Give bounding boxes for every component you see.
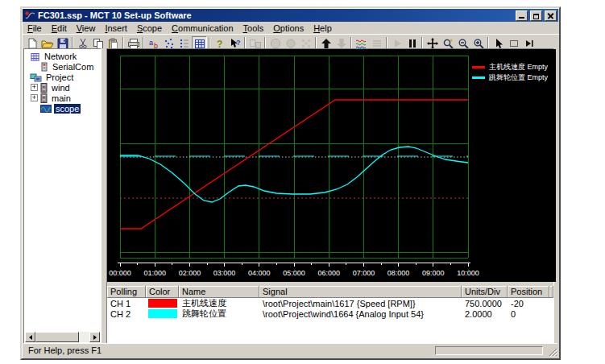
tree-horizontal-scrollbar[interactable] [25,332,100,342]
channel-table: PollingColorNameSignalUnits/DivPosition … [107,286,553,344]
list-dots-icon [179,38,190,49]
paste-icon [108,38,119,49]
x-axis-label: 02:000 [179,269,201,277]
cell-position: 0 [508,309,549,319]
status-message: For Help, press F1 [28,345,435,355]
x-axis-label: 07:000 [353,269,375,277]
tree-item-main[interactable]: +main [25,93,100,103]
scope-legend: 主机线速度 Empty跳舞轮位置 Empty [472,62,548,83]
maximize-button[interactable] [530,10,542,21]
maximize-icon [533,14,539,19]
tree-item-wind[interactable]: +wind [25,82,100,93]
pointer-icon [493,38,504,49]
title-bar[interactable]: FC301.ssp - MCT 10 Set-up Software [23,9,558,22]
tree-item-project[interactable]: Project [25,72,100,82]
tree-item-network[interactable]: Network [25,51,100,61]
zoom-select-icon [442,38,454,49]
sync-dots-icon [300,38,312,49]
x-axis-label: 04:000 [248,269,271,277]
cell-units-div: 2.0000 [462,309,508,319]
menu-edit[interactable]: Edit [47,23,72,33]
scope-wave-icon [40,105,52,113]
down-arrow-icon [336,38,347,49]
x-axis-label: 10:000 [457,269,479,277]
column-header-units-div[interactable]: Units/Div [462,286,508,298]
help-icon: ? [214,38,226,49]
scroll-left-button[interactable] [25,332,35,342]
save-icon [57,38,68,49]
project-tree: NetworkSerialComProject+wind+mainscope [25,51,100,332]
open-folder-icon [41,38,54,49]
window-title: FC301.ssp - MCT 10 Set-up Software [38,10,513,20]
column-header-empty[interactable] [549,286,553,298]
column-header-color[interactable]: Color [146,286,179,298]
cell-polling: CH 1 [107,299,146,308]
tree-item-label: Project [44,72,75,82]
pause-icon [407,38,418,49]
legend-label: 跳舞轮位置 Empty [489,72,548,83]
menu-scope[interactable]: Scope [132,23,167,33]
channel-row-ch2[interactable]: CH 2跳舞轮位置\root\Project\wind\1664 {Analog… [107,308,553,319]
cell-name: 跳舞轮位置 [179,308,259,320]
cell-position: -20 [508,299,549,308]
move-cross-icon [427,38,438,49]
scope-waves-icon [355,38,368,49]
menu-communication[interactable]: Communication [167,23,238,33]
legend-ch1: 主机线速度 Empty [472,62,548,72]
stop-octagon-icon [270,38,281,49]
select-box-icon [508,38,520,49]
status-bar: For Help, press F1 [23,343,557,357]
channel-table-body: CH 1主机线速度\root\Project\main\1617 {Speed … [107,298,553,319]
scrollbar-thumb[interactable] [35,332,79,342]
minimize-button[interactable] [516,10,528,21]
scroll-right-button[interactable] [89,332,100,342]
x-axis-label: 01:000 [143,269,166,277]
scope-chart[interactable]: 00:00001:00002:00003:00004:00005:00006:0… [107,49,556,282]
svg-text:a: a [149,39,153,47]
menu-bar: FileEditViewInsertScopeCommunicationTool… [22,23,559,34]
network-drive-icon [249,38,262,49]
menu-options[interactable]: Options [268,23,309,33]
flat-lines-icon [371,38,383,49]
cut-icon [77,38,89,49]
menu-view[interactable]: View [72,23,101,33]
column-header-position[interactable]: Position [508,286,549,298]
menu-insert[interactable]: Insert [100,23,132,33]
grid-table-icon [194,38,205,49]
x-axis-label: 05:000 [283,269,305,277]
x-axis-label: 06:000 [317,269,340,277]
zoom-in-icon [473,38,484,49]
channel-row-ch1[interactable]: CH 1主机线速度\root\Project\main\1617 {Speed … [107,298,553,308]
expand-icon[interactable]: + [31,84,38,91]
column-header-polling[interactable]: Polling [107,286,146,298]
cell-units-div: 750.0000 [462,299,508,308]
drive-unit-icon [40,83,48,93]
tree-item-label: Network [43,52,78,61]
x-axis-label: 09:000 [422,269,445,277]
menu-tools[interactable]: Tools [238,23,269,33]
copy-icon [93,38,104,49]
step-end-icon [524,38,535,49]
tree-item-serialcom[interactable]: SerialCom [25,61,100,72]
expand-icon[interactable]: + [31,94,38,101]
menu-help[interactable]: Help [309,23,337,33]
x-axis-label: 00:000 [109,269,131,277]
resize-grip[interactable] [547,346,557,357]
compare-ab-icon: ab [148,38,160,49]
column-header-name[interactable]: Name [179,286,259,298]
channel-table-header: PollingColorNameSignalUnits/DivPosition [107,286,553,298]
column-header-signal[interactable]: Signal [259,286,462,298]
tree-item-scope[interactable]: scope [25,103,100,114]
x-axis-label: 03:000 [213,269,236,277]
right-triangle-icon [93,335,99,340]
play-icon [392,38,403,49]
new-document-icon [27,38,38,49]
x-axis-label: 08:000 [387,269,410,277]
scope-plot-svg: 00:00001:00002:00003:00004:00005:00006:0… [107,49,556,282]
close-button[interactable] [545,10,557,21]
menu-file[interactable]: File [23,23,47,33]
drive-unit-icon [40,93,48,103]
status-indicator-box [435,346,543,355]
up-arrow-icon [321,38,332,49]
scatter-dots-icon [164,38,175,49]
